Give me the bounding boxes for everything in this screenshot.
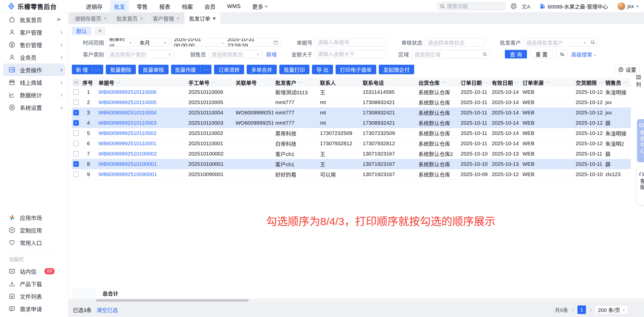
batch-void-button[interactable]: 批量作废 ··· <box>171 65 211 74</box>
sidebar-item-customer-mgmt[interactable]: 客户管理 › <box>0 26 68 38</box>
advanced-search-link[interactable]: 高级搜索⌄ <box>571 50 597 58</box>
sidebar-item-app-market[interactable]: 应用市场 <box>0 211 68 224</box>
prev-page-icon[interactable]: ‹ <box>572 306 574 314</box>
row-checkbox[interactable] <box>73 100 79 105</box>
table-row[interactable]: 9 WB60099992510090001 202510090001 好好的看 … <box>72 169 631 180</box>
sort-icon[interactable]: ▲▼ <box>211 82 216 84</box>
order-no-link[interactable]: WB60099992510100002 <box>98 151 157 157</box>
col-deadline[interactable]: 交货期限▲▼ <box>574 78 603 87</box>
table-settings-button[interactable]: 设置 <box>614 65 640 74</box>
select-all-checkbox[interactable] <box>73 80 79 85</box>
horizontal-scrollbar[interactable] <box>68 298 644 302</box>
user-menu[interactable]: jxx ∨ <box>617 2 639 10</box>
col-valid-date[interactable]: 有效日期▲▼ <box>490 78 520 87</box>
sort-icon[interactable]: ▲▼ <box>116 82 120 84</box>
amount-field[interactable] <box>315 50 386 58</box>
column-settings-tool[interactable]: 列 <box>633 75 644 88</box>
menu-members[interactable]: 会员 <box>200 1 220 12</box>
table-row[interactable]: 3 WB60099992510110004 202510110004 WO600… <box>72 108 631 118</box>
sidebar-item-online-mall[interactable]: 线上商城 › <box>0 76 68 89</box>
col-salesperson[interactable]: 销售员▲▼ <box>603 78 631 87</box>
sort-icon[interactable]: ▲▼ <box>441 82 446 84</box>
sidebar-item-system-settings[interactable]: 系统设置 › <box>0 101 68 114</box>
view-pill-default[interactable]: 默认 <box>72 27 91 35</box>
reset-button[interactable]: 重 置 <box>530 50 553 58</box>
query-button[interactable]: 查 询 <box>505 50 527 58</box>
menu-retail[interactable]: 零售 <box>133 1 152 12</box>
scrollbar-thumb[interactable] <box>96 299 249 302</box>
row-checkbox[interactable] <box>73 172 79 177</box>
global-search-input[interactable] <box>447 3 497 9</box>
company-switcher[interactable]: 60099-水果之最-管理中心 <box>540 3 608 10</box>
order-no-link[interactable]: WB60099992510110002 <box>98 130 156 136</box>
add-salesman-link[interactable]: 新增 <box>266 50 277 58</box>
sidebar-item-data-stats[interactable]: 数据统计 › <box>0 89 68 101</box>
sidebar-item-favorites[interactable]: 常用入口 <box>0 236 68 249</box>
customer-service-floater[interactable]: 客服 <box>637 168 644 205</box>
order-no-link[interactable]: WB60099992510110006 <box>98 89 156 95</box>
audit-status-select[interactable]: 请选择审核状态 <box>425 38 485 47</box>
page-number[interactable]: 1 <box>577 305 586 314</box>
col-manual-no[interactable]: 手工单号▲▼ <box>186 78 234 87</box>
clear-selection-link[interactable]: 清空已选 <box>97 306 118 313</box>
table-row[interactable]: 2 WB60099992510110005 202510110005 mmt77… <box>72 97 631 108</box>
tab-wholesale-orders[interactable]: 批发订单× <box>185 13 220 24</box>
export-button[interactable]: 导 出 <box>312 65 333 74</box>
col-customer[interactable]: 批发客户▲▼ <box>273 78 318 87</box>
wechat-pay-button[interactable]: 发起微企付 <box>379 65 414 74</box>
menu-archives[interactable]: 档案 <box>178 1 197 12</box>
collapse-sidebar-icon[interactable] <box>57 17 63 23</box>
col-order-no[interactable]: 单据号▲▼ <box>96 78 186 87</box>
col-warehouse[interactable]: 出货仓库▲▼ <box>416 78 459 87</box>
row-checkbox[interactable] <box>73 89 79 95</box>
order-no-link[interactable]: WB60099992510110001 <box>98 140 156 146</box>
batch-audit-button[interactable]: 批量审核 <box>138 65 169 74</box>
sort-icon[interactable]: ▲▼ <box>514 82 519 84</box>
customer-category-select[interactable]: 请选择客户类别∨ <box>106 50 174 58</box>
order-no-link[interactable]: WB60099992510090001 <box>98 171 157 177</box>
row-checkbox[interactable] <box>73 130 79 136</box>
sidebar-item-inbox[interactable]: 站内信 69 <box>0 265 68 277</box>
translate-icon[interactable]: 文A <box>521 3 530 10</box>
sort-icon[interactable]: ▲▼ <box>545 82 550 84</box>
search-icon[interactable] <box>591 40 595 45</box>
merge-orders-button[interactable]: 多单合并 <box>247 65 277 74</box>
order-no-field[interactable] <box>315 38 386 47</box>
batch-print-button[interactable]: 批量打印 <box>279 65 309 74</box>
table-row[interactable]: 8 WB60099992510100001 202510100001 客户ch1… <box>72 159 631 169</box>
tab-psi-home[interactable]: 进销存首页× <box>70 13 111 24</box>
sidebar-item-wholesale-home[interactable]: 批发首页 <box>0 13 68 26</box>
table-row[interactable]: 1 WB60099992510110006 202510110006 新增测试0… <box>72 87 631 97</box>
menu-wms[interactable]: WMS <box>223 1 245 11</box>
order-no-link[interactable]: WB60099992510110005 <box>98 99 156 105</box>
salesman-select[interactable]: 请选择销售员∨ <box>208 50 262 58</box>
row-checkbox[interactable] <box>73 141 79 146</box>
sort-icon[interactable]: ▲▼ <box>598 82 603 84</box>
table-row[interactable]: 5 WB60099992510110002 202510110002 黑帝科技 … <box>72 128 631 138</box>
add-view-button[interactable]: + <box>94 27 105 35</box>
add-order-label[interactable]: 新 增 <box>72 65 92 74</box>
order-no-link[interactable]: WB60099992510110003 <box>98 120 156 126</box>
date-range-picker[interactable]: 2025-10-01 00:00:00 → 2025-10-31 23:59:5… <box>171 38 281 47</box>
time-type-select[interactable]: 制单时间∨ <box>106 38 135 47</box>
menu-reports[interactable]: 报表 <box>155 1 174 12</box>
time-preset-select[interactable]: 本月∨ <box>137 38 169 47</box>
sidebar-item-price-mgmt[interactable]: 售价管理 › <box>0 38 68 51</box>
close-icon[interactable]: × <box>176 16 179 21</box>
menu-wholesale[interactable]: 批发 <box>110 1 129 12</box>
print-waybill-button[interactable]: 打印电子面单 <box>336 65 376 74</box>
order-no-input[interactable] <box>318 39 384 45</box>
close-icon[interactable]: × <box>140 16 143 21</box>
amount-input[interactable] <box>318 51 384 57</box>
table-row[interactable]: 4 WB60099992510110003 202510110003 WO600… <box>72 118 631 128</box>
page-size-select[interactable]: 200 条/页 ∨ <box>595 305 628 314</box>
order-no-link[interactable]: WB60099992510110004 <box>98 110 156 116</box>
sidebar-item-custom-apps[interactable]: 定制应用 <box>0 224 68 236</box>
batch-delete-button[interactable]: 批量删除 <box>106 65 136 74</box>
order-flow-button[interactable]: 订单流转 <box>214 65 244 74</box>
row-checkbox[interactable] <box>73 151 79 156</box>
table-row[interactable]: 6 WB60099992510110001 202510110001 白帝科技 … <box>72 138 631 149</box>
sidebar-item-request[interactable]: 需求申请 <box>0 302 68 315</box>
row-checkbox[interactable] <box>73 161 79 167</box>
sort-icon[interactable]: ▲▼ <box>483 82 488 84</box>
